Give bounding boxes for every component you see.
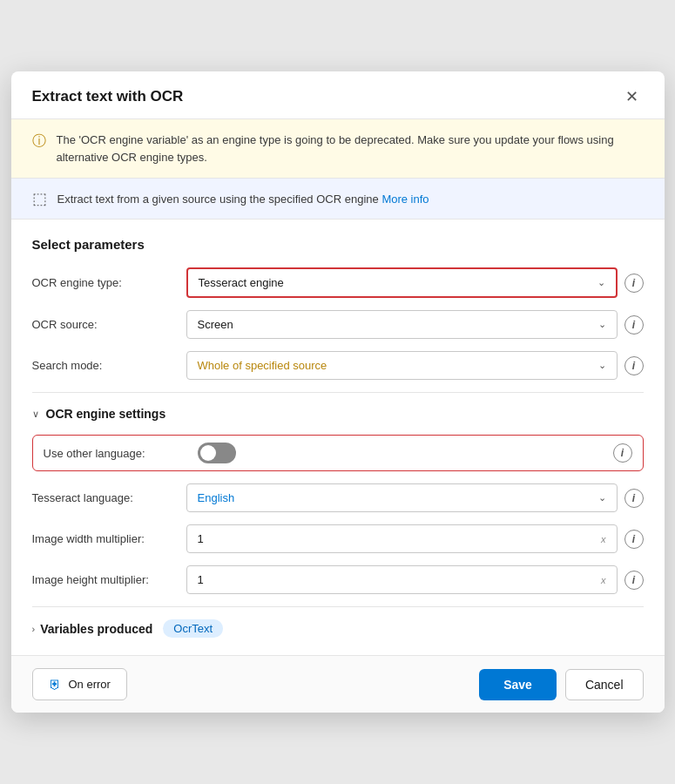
tesseract-language-row: Tesseract language: English ⌄ i bbox=[32, 483, 644, 512]
variable-badge: OcrText bbox=[163, 619, 223, 638]
variables-toggle[interactable]: › Variables produced bbox=[32, 622, 153, 636]
info-banner-text: Extract text from a given source using t… bbox=[57, 193, 429, 206]
image-width-multiplier-row: Image width multiplier: 1 x i bbox=[32, 524, 644, 553]
parameters-section-title: Select parameters bbox=[32, 237, 644, 252]
tesseract-language-label: Tesseract language: bbox=[32, 491, 176, 504]
ocr-engine-type-info-icon[interactable]: i bbox=[624, 274, 644, 293]
use-other-language-label: Use other language: bbox=[44, 447, 187, 460]
use-other-language-toggle[interactable] bbox=[198, 443, 236, 463]
variables-arrow-icon: › bbox=[32, 624, 36, 634]
tesseract-language-info-icon[interactable]: i bbox=[624, 489, 644, 508]
tesseract-language-control: English ⌄ i bbox=[186, 483, 644, 512]
info-banner: ⬚ Extract text from a given source using… bbox=[11, 179, 665, 220]
toggle-track[interactable] bbox=[198, 443, 236, 463]
engine-settings-title: OCR engine settings bbox=[46, 407, 166, 421]
shield-icon: ⛨ bbox=[49, 677, 62, 692]
ocr-source-dropdown[interactable]: Screen ⌄ bbox=[186, 310, 618, 339]
warning-icon: ⓘ bbox=[32, 132, 46, 151]
dialog-title: Extract text with OCR bbox=[32, 88, 184, 105]
ocr-engine-type-row: OCR engine type: Tesseract engine ⌄ i bbox=[32, 267, 644, 298]
on-error-button[interactable]: ⛨ On error bbox=[32, 668, 127, 700]
dialog-body: Select parameters OCR engine type: Tesse… bbox=[11, 220, 665, 655]
image-height-multiplier-input[interactable]: 1 x bbox=[186, 565, 618, 594]
search-mode-label: Search mode: bbox=[32, 359, 176, 372]
tesseract-language-dropdown[interactable]: English ⌄ bbox=[186, 483, 618, 512]
image-height-multiplier-control: 1 x i bbox=[186, 565, 644, 594]
ocr-engine-type-dropdown[interactable]: Tesseract engine ⌄ bbox=[186, 267, 618, 298]
ocr-engine-type-label: OCR engine type: bbox=[32, 276, 176, 289]
dialog-footer: ⛨ On error Save Cancel bbox=[11, 655, 665, 713]
engine-settings-header[interactable]: ∨ OCR engine settings bbox=[32, 407, 644, 421]
ocr-source-control: Screen ⌄ i bbox=[186, 310, 644, 339]
section-divider bbox=[32, 392, 644, 393]
image-width-multiplier-info-icon[interactable]: i bbox=[624, 530, 644, 549]
image-width-multiplier-label: Image width multiplier: bbox=[32, 532, 176, 545]
save-button[interactable]: Save bbox=[479, 669, 557, 700]
clear-icon[interactable]: x bbox=[601, 534, 606, 544]
chevron-down-icon: ⌄ bbox=[598, 319, 606, 330]
image-width-multiplier-input[interactable]: 1 x bbox=[186, 524, 618, 553]
image-width-multiplier-control: 1 x i bbox=[186, 524, 644, 553]
toggle-thumb bbox=[200, 445, 216, 461]
use-other-language-row: Use other language: i bbox=[32, 435, 644, 471]
ocr-engine-type-control: Tesseract engine ⌄ i bbox=[186, 267, 644, 298]
chevron-down-icon: ⌄ bbox=[598, 360, 606, 371]
search-mode-dropdown[interactable]: Whole of specified source ⌄ bbox=[186, 351, 618, 380]
search-mode-info-icon[interactable]: i bbox=[624, 356, 644, 375]
collapse-arrow-icon: ∨ bbox=[32, 409, 39, 420]
search-mode-row: Search mode: Whole of specified source ⌄… bbox=[32, 351, 644, 380]
ocr-source-row: OCR source: Screen ⌄ i bbox=[32, 310, 644, 339]
ocr-icon: ⬚ bbox=[32, 189, 47, 208]
close-button[interactable]: ✕ bbox=[620, 87, 644, 106]
variables-section: › Variables produced OcrText bbox=[32, 606, 644, 638]
image-height-multiplier-row: Image height multiplier: 1 x i bbox=[32, 565, 644, 594]
warning-banner: ⓘ The 'OCR engine variable' as an engine… bbox=[11, 119, 665, 179]
extract-text-ocr-dialog: Extract text with OCR ✕ ⓘ The 'OCR engin… bbox=[11, 71, 665, 713]
chevron-down-icon: ⌄ bbox=[597, 277, 605, 288]
variables-label: Variables produced bbox=[40, 622, 152, 636]
more-info-link[interactable]: More info bbox=[381, 193, 429, 206]
cancel-button[interactable]: Cancel bbox=[565, 669, 644, 700]
dialog-header: Extract text with OCR ✕ bbox=[11, 71, 665, 119]
warning-text: The 'OCR engine variable' as an engine t… bbox=[57, 132, 644, 166]
ocr-source-info-icon[interactable]: i bbox=[624, 315, 644, 335]
image-height-multiplier-info-icon[interactable]: i bbox=[624, 571, 644, 590]
image-height-multiplier-label: Image height multiplier: bbox=[32, 573, 176, 586]
use-other-language-info-icon[interactable]: i bbox=[613, 443, 632, 463]
chevron-down-icon: ⌄ bbox=[598, 492, 606, 504]
clear-icon[interactable]: x bbox=[601, 575, 606, 585]
search-mode-control: Whole of specified source ⌄ i bbox=[186, 351, 644, 380]
footer-actions: Save Cancel bbox=[479, 669, 643, 700]
ocr-source-label: OCR source: bbox=[32, 318, 176, 331]
